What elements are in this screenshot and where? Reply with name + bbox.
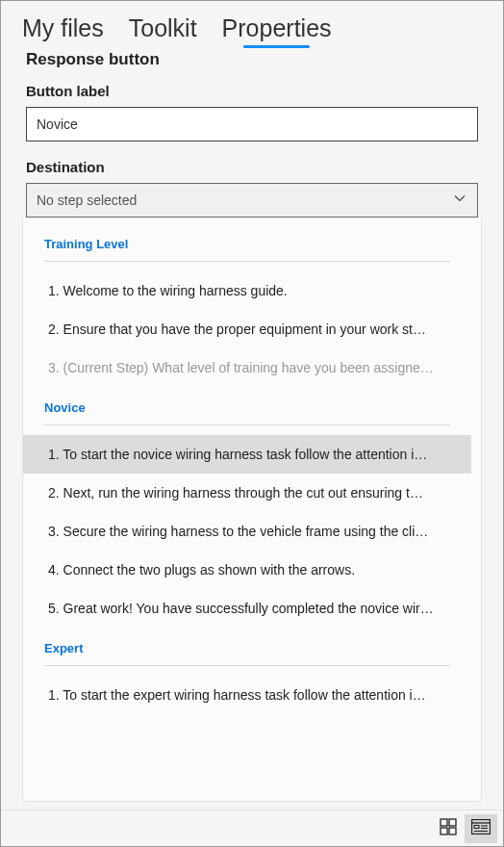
destination-select[interactable]: No step selected bbox=[26, 183, 478, 218]
grid-view-button[interactable] bbox=[432, 814, 465, 843]
form-view-icon bbox=[471, 819, 491, 838]
tab-toolkit[interactable]: Toolkit bbox=[129, 14, 197, 42]
svg-rect-1 bbox=[449, 819, 456, 826]
step-item: 3. (Current Step) What level of training… bbox=[23, 348, 471, 387]
destination-field-label: Destination bbox=[26, 159, 478, 183]
step-item[interactable]: 2. Next, run the wiring harness through … bbox=[23, 474, 471, 512]
destination-field-group: Destination No step selected bbox=[1, 159, 503, 218]
footer-bar bbox=[1, 809, 503, 846]
step-item[interactable]: 4. Connect the two plugs as shown with t… bbox=[23, 551, 471, 589]
step-item[interactable]: 1. To start the expert wiring harness ta… bbox=[23, 676, 471, 714]
step-group-header: Novice bbox=[23, 395, 471, 421]
button-label-field-label: Button label bbox=[26, 83, 478, 107]
svg-rect-2 bbox=[441, 828, 447, 834]
step-item[interactable]: 1. To start the novice wiring harness ta… bbox=[23, 435, 471, 474]
form-view-button[interactable] bbox=[465, 814, 497, 843]
step-item[interactable]: 2. Ensure that you have the proper equip… bbox=[23, 310, 471, 348]
panel-title: Response button bbox=[1, 48, 503, 83]
step-group-header: Training Level bbox=[23, 231, 471, 257]
button-label-input[interactable] bbox=[26, 107, 478, 141]
step-item[interactable]: 3. Secure the wiring harness to the vehi… bbox=[23, 512, 471, 551]
tab-bar: My files Toolkit Properties bbox=[1, 1, 503, 48]
tab-properties[interactable]: Properties bbox=[222, 14, 332, 42]
button-label-field-group: Button label bbox=[1, 83, 503, 159]
destination-dropdown-list[interactable]: Training Level1. Welcome to the wiring h… bbox=[23, 231, 473, 787]
destination-dropdown-panel: Training Level1. Welcome to the wiring h… bbox=[22, 218, 482, 802]
divider bbox=[44, 424, 450, 425]
svg-rect-0 bbox=[441, 819, 447, 826]
tab-my-files[interactable]: My files bbox=[22, 14, 104, 42]
step-item[interactable]: 1. Welcome to the wiring harness guide. bbox=[23, 271, 471, 310]
divider bbox=[44, 665, 450, 666]
svg-rect-3 bbox=[449, 828, 456, 834]
step-group-header: Expert bbox=[23, 635, 471, 661]
divider bbox=[44, 261, 450, 262]
step-item[interactable]: 5. Great work! You have successfully com… bbox=[23, 589, 471, 628]
svg-rect-6 bbox=[474, 825, 479, 828]
grid-view-icon bbox=[440, 818, 457, 839]
destination-select-value: No step selected bbox=[37, 192, 137, 208]
